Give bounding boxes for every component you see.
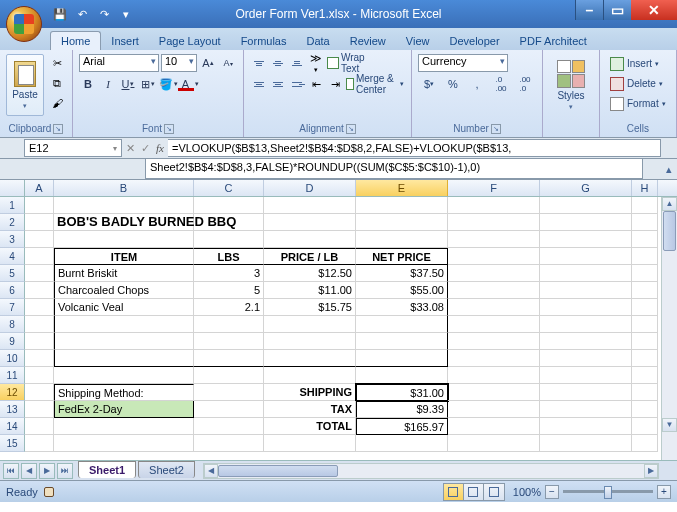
cell[interactable] xyxy=(264,435,356,452)
cell[interactable]: $33.08 xyxy=(356,299,448,316)
format-painter-button[interactable]: 🖌 xyxy=(48,94,66,112)
cell[interactable] xyxy=(448,231,540,248)
cell[interactable] xyxy=(54,435,194,452)
cell[interactable] xyxy=(448,248,540,265)
vertical-scrollbar[interactable]: ▲ ▼ xyxy=(661,197,677,460)
cell[interactable] xyxy=(194,418,264,435)
cell[interactable] xyxy=(632,299,658,316)
italic-button[interactable]: I xyxy=(99,75,117,93)
row-header[interactable]: 3 xyxy=(0,231,25,248)
cell[interactable] xyxy=(632,214,658,231)
cell[interactable] xyxy=(25,316,54,333)
cell[interactable] xyxy=(632,231,658,248)
cell[interactable] xyxy=(264,333,356,350)
cell[interactable] xyxy=(25,265,54,282)
cell[interactable] xyxy=(25,299,54,316)
dialog-launcher-icon[interactable]: ↘ xyxy=(346,124,356,134)
col-header-a[interactable]: A xyxy=(25,180,54,196)
cell[interactable] xyxy=(540,282,632,299)
cell[interactable] xyxy=(540,214,632,231)
active-cell[interactable]: $31.00 xyxy=(356,384,448,401)
align-bottom-button[interactable] xyxy=(288,54,306,72)
scroll-down-icon[interactable]: ▼ xyxy=(662,418,677,432)
office-button[interactable] xyxy=(6,6,42,42)
cell[interactable] xyxy=(632,248,658,265)
select-all-corner[interactable] xyxy=(0,180,25,196)
worksheet-grid[interactable]: A B C D E F G H 1 2BOB'S BADLY BURNED BB… xyxy=(0,180,677,460)
cell[interactable] xyxy=(25,418,54,435)
cell[interactable]: Burnt Briskit xyxy=(54,265,194,282)
cell[interactable] xyxy=(632,197,658,214)
horizontal-scrollbar[interactable]: ◀ ▶ xyxy=(203,463,659,479)
scroll-thumb[interactable] xyxy=(218,465,338,477)
font-color-button[interactable]: A▾ xyxy=(179,75,197,93)
col-header-e[interactable]: E xyxy=(356,180,448,196)
cell[interactable] xyxy=(25,197,54,214)
cell[interactable]: $12.50 xyxy=(264,265,356,282)
copy-button[interactable]: ⧉ xyxy=(48,74,66,92)
cell[interactable] xyxy=(54,316,194,333)
cell-header-net[interactable]: NET PRICE xyxy=(356,248,448,265)
cell[interactable] xyxy=(194,197,264,214)
delete-cells-button[interactable]: Delete▾ xyxy=(606,74,667,93)
cell[interactable] xyxy=(25,435,54,452)
maximize-button[interactable]: ▭ xyxy=(603,0,631,20)
tab-review[interactable]: Review xyxy=(340,32,396,50)
last-sheet-button[interactable]: ⏭ xyxy=(57,463,73,479)
sheet-tab-2[interactable]: Sheet2 xyxy=(138,461,195,478)
cell[interactable] xyxy=(356,367,448,384)
cell[interactable] xyxy=(540,248,632,265)
cell[interactable] xyxy=(448,265,540,282)
cell[interactable] xyxy=(632,350,658,367)
cell[interactable] xyxy=(448,333,540,350)
zoom-level[interactable]: 100% xyxy=(513,486,541,498)
scroll-up-icon[interactable]: ▲ xyxy=(662,197,677,211)
page-layout-view-button[interactable] xyxy=(464,484,484,500)
fx-icon[interactable]: fx xyxy=(156,142,164,154)
currency-button[interactable]: $▾ xyxy=(418,75,440,93)
cell[interactable] xyxy=(194,316,264,333)
dialog-launcher-icon[interactable]: ↘ xyxy=(53,124,63,134)
cell[interactable] xyxy=(540,401,632,418)
dialog-launcher-icon[interactable]: ↘ xyxy=(491,124,501,134)
cell[interactable] xyxy=(632,282,658,299)
scroll-left-icon[interactable]: ◀ xyxy=(204,464,218,478)
row-header[interactable]: 8 xyxy=(0,316,25,333)
cell[interactable]: TOTAL xyxy=(264,418,356,435)
row-header[interactable]: 14 xyxy=(0,418,25,435)
cell[interactable] xyxy=(448,197,540,214)
grow-font-button[interactable]: A▴ xyxy=(199,54,217,72)
row-header[interactable]: 6 xyxy=(0,282,25,299)
cell[interactable]: TAX xyxy=(264,401,356,418)
cell[interactable]: Volcanic Veal xyxy=(54,299,194,316)
cell[interactable] xyxy=(264,316,356,333)
row-header[interactable]: 2 xyxy=(0,214,25,231)
styles-button[interactable]: Styles ▾ xyxy=(549,54,593,116)
cell[interactable] xyxy=(356,214,448,231)
cell[interactable]: Shipping Method: xyxy=(54,384,194,401)
cell[interactable] xyxy=(54,367,194,384)
cell[interactable] xyxy=(448,299,540,316)
tab-view[interactable]: View xyxy=(396,32,440,50)
cell[interactable] xyxy=(194,333,264,350)
cell[interactable] xyxy=(194,435,264,452)
prev-sheet-button[interactable]: ◀ xyxy=(21,463,37,479)
cell[interactable] xyxy=(54,418,194,435)
cell-header-price[interactable]: PRICE / LB xyxy=(264,248,356,265)
cell[interactable]: $37.50 xyxy=(356,265,448,282)
col-header-d[interactable]: D xyxy=(264,180,356,196)
minimize-button[interactable]: – xyxy=(575,0,603,20)
cell[interactable] xyxy=(448,367,540,384)
cell[interactable] xyxy=(632,401,658,418)
sheet-tab-1[interactable]: Sheet1 xyxy=(78,461,136,478)
cell[interactable] xyxy=(632,265,658,282)
cell[interactable]: 2.1 xyxy=(194,299,264,316)
cell[interactable]: Charcoaled Chops xyxy=(54,282,194,299)
cell-header-item[interactable]: ITEM xyxy=(54,248,194,265)
tab-page-layout[interactable]: Page Layout xyxy=(149,32,231,50)
zoom-out-button[interactable]: − xyxy=(545,485,559,499)
cell[interactable] xyxy=(540,418,632,435)
align-right-button[interactable] xyxy=(288,75,306,93)
cell[interactable] xyxy=(194,367,264,384)
first-sheet-button[interactable]: ⏮ xyxy=(3,463,19,479)
